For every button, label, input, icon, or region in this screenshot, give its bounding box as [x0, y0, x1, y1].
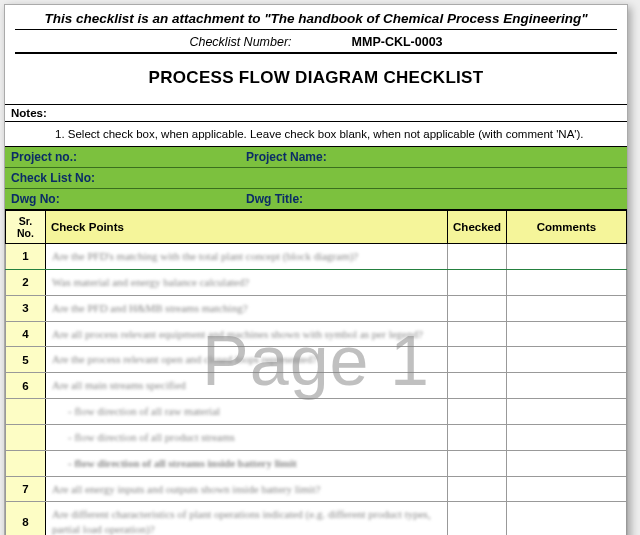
cell-sr: 3	[6, 295, 46, 321]
cell-sr: 8	[6, 502, 46, 535]
document-header: This checklist is an attachment to "The …	[5, 5, 627, 104]
cell-comments[interactable]	[507, 399, 627, 425]
cell-checkpoint: Was material and energy balance calculat…	[46, 269, 448, 295]
cell-checked[interactable]	[448, 321, 507, 347]
cell-sr	[6, 424, 46, 450]
cell-comments[interactable]	[507, 295, 627, 321]
col-checkpoints: Check Points	[46, 211, 448, 244]
notes-body: 1. Select check box, when applicable. Le…	[5, 122, 627, 147]
cell-checkpoint: - flow direction of all streams inside b…	[46, 450, 448, 476]
cell-comments[interactable]	[507, 269, 627, 295]
cell-sr	[6, 450, 46, 476]
cell-sr: 4	[6, 321, 46, 347]
cell-checked[interactable]	[448, 450, 507, 476]
table-row: 3Are the PFD and H&MB streams matching?	[6, 295, 627, 321]
cell-checkpoint: Are the PFD and H&MB streams matching?	[46, 295, 448, 321]
cell-comments[interactable]	[507, 321, 627, 347]
cell-checked[interactable]	[448, 399, 507, 425]
cell-checkpoint: Are all process relevant equipment and m…	[46, 321, 448, 347]
project-no-label: Project no.:	[11, 150, 246, 164]
project-name-label: Project Name:	[246, 150, 621, 164]
cell-checked[interactable]	[448, 244, 507, 270]
dwg-title-label: Dwg Title:	[246, 192, 621, 206]
cell-comments[interactable]	[507, 502, 627, 535]
cell-comments[interactable]	[507, 424, 627, 450]
table-row: 1Are the PFD's matching with the total p…	[6, 244, 627, 270]
cell-comments[interactable]	[507, 347, 627, 373]
notes-heading: Notes:	[5, 104, 627, 122]
cell-checkpoint: - flow direction of all raw material	[46, 399, 448, 425]
table-row: - flow direction of all product streams	[6, 424, 627, 450]
document-title: PROCESS FLOW DIAGRAM CHECKLIST	[15, 54, 617, 100]
cell-checkpoint: Are all energy inputs and outputs shown …	[46, 476, 448, 502]
meta-row-checklist: Check List No:	[5, 168, 627, 189]
cell-checkpoint: - flow direction of all product streams	[46, 424, 448, 450]
table-row: 8Are different characteristics of plant …	[6, 502, 627, 535]
cell-sr: 2	[6, 269, 46, 295]
checklist-number-row: Checklist Number: MMP-CKL-0003	[15, 32, 617, 54]
table-row: - flow direction of all streams inside b…	[6, 450, 627, 476]
check-list-no-label: Check List No:	[11, 171, 246, 185]
cell-sr	[6, 399, 46, 425]
document-page: This checklist is an attachment to "The …	[4, 4, 628, 535]
cell-checkpoint: Are all main streams specified	[46, 373, 448, 399]
cell-checked[interactable]	[448, 373, 507, 399]
cell-checkpoint: Are different characteristics of plant o…	[46, 502, 448, 535]
cell-checkpoint: Are the PFD's matching with the total pl…	[46, 244, 448, 270]
cell-sr: 7	[6, 476, 46, 502]
cell-comments[interactable]	[507, 450, 627, 476]
table-row: 2Was material and energy balance calcula…	[6, 269, 627, 295]
dwg-no-label: Dwg No:	[11, 192, 246, 206]
checklist-table: Sr. No. Check Points Checked Comments 1A…	[5, 210, 627, 535]
col-checked: Checked	[448, 211, 507, 244]
table-row: - flow direction of all raw material	[6, 399, 627, 425]
col-sr: Sr. No.	[6, 211, 46, 244]
cell-checked[interactable]	[448, 295, 507, 321]
cell-checked[interactable]	[448, 347, 507, 373]
cell-comments[interactable]	[507, 373, 627, 399]
meta-row-project: Project no.: Project Name:	[5, 147, 627, 168]
table-row: 7Are all energy inputs and outputs shown…	[6, 476, 627, 502]
cell-sr: 1	[6, 244, 46, 270]
cell-checked[interactable]	[448, 269, 507, 295]
cell-checkpoint: Are the process relevant open and closed…	[46, 347, 448, 373]
table-row: 5Are the process relevant open and close…	[6, 347, 627, 373]
meta-row-dwg: Dwg No: Dwg Title:	[5, 189, 627, 210]
cell-comments[interactable]	[507, 476, 627, 502]
cell-sr: 5	[6, 347, 46, 373]
attachment-line: This checklist is an attachment to "The …	[15, 11, 617, 30]
table-row: 4Are all process relevant equipment and …	[6, 321, 627, 347]
cell-checked[interactable]	[448, 424, 507, 450]
col-comments: Comments	[507, 211, 627, 244]
meta-block: Project no.: Project Name: Check List No…	[5, 147, 627, 210]
checklist-number-label: Checklist Number:	[189, 35, 291, 49]
cell-checked[interactable]	[448, 476, 507, 502]
cell-comments[interactable]	[507, 244, 627, 270]
cell-sr: 6	[6, 373, 46, 399]
checklist-number-value: MMP-CKL-0003	[352, 35, 443, 49]
cell-checked[interactable]	[448, 502, 507, 535]
table-row: 6Are all main streams specified	[6, 373, 627, 399]
